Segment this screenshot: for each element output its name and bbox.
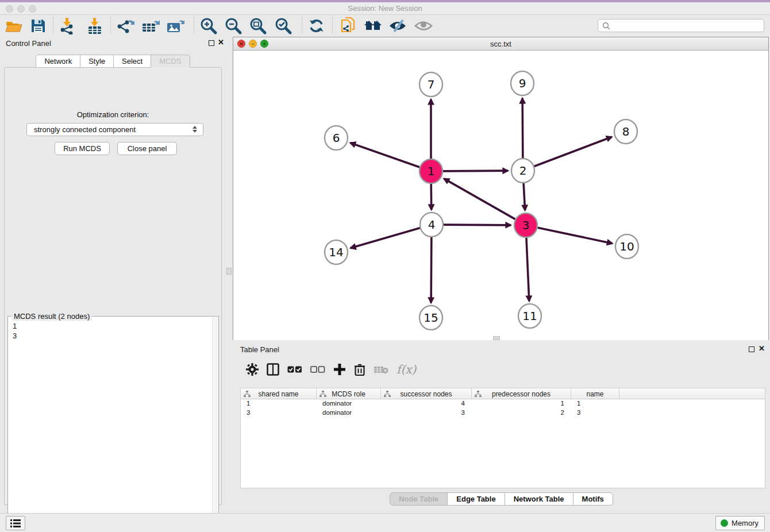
control-panel-title: Control Panel xyxy=(6,39,51,48)
criterion-select[interactable]: strongly connected component xyxy=(26,123,203,136)
gear-icon[interactable] xyxy=(246,363,259,376)
cell-name[interactable]: 3 xyxy=(571,408,619,418)
import-table-icon[interactable] xyxy=(86,17,104,35)
search-input[interactable] xyxy=(613,22,764,30)
cell-shared-name[interactable]: 3 xyxy=(241,408,317,418)
network-view-window: ✕ – + scc.txt 7968124314101511 xyxy=(233,37,769,340)
svg-text:2: 2 xyxy=(519,164,527,178)
tab-network[interactable]: Network xyxy=(36,55,80,68)
node-1[interactable]: 1 xyxy=(419,159,442,183)
vertical-splitter-grip[interactable] xyxy=(226,268,232,275)
tab-network-table[interactable]: Network Table xyxy=(505,492,573,506)
svg-text:8: 8 xyxy=(622,125,630,138)
delete-column-icon[interactable] xyxy=(354,363,365,376)
node-table: shared nameMCDS rolesuccessor nodesprede… xyxy=(240,388,765,488)
edge-2-9[interactable] xyxy=(522,98,523,159)
table-row[interactable]: 1dominator411 xyxy=(241,399,765,408)
export-image-icon[interactable] xyxy=(166,17,184,35)
zoom-in-icon[interactable] xyxy=(199,17,218,35)
cell-name[interactable]: 1 xyxy=(571,399,619,408)
edge-3-1[interactable] xyxy=(444,179,515,219)
cell-successor-nodes[interactable]: 4 xyxy=(381,399,472,408)
cell-MCDS-role[interactable]: dominator xyxy=(317,408,381,418)
show-all-icon[interactable] xyxy=(414,17,433,35)
home-icon[interactable] xyxy=(364,17,382,35)
edge-4-15[interactable] xyxy=(431,237,432,303)
edge-3-10[interactable] xyxy=(538,228,613,243)
edge-2-8[interactable] xyxy=(534,137,612,166)
column-header-MCDS-role[interactable]: MCDS role xyxy=(317,388,381,399)
toolbar-separator xyxy=(110,17,111,33)
tab-style[interactable]: Style xyxy=(80,55,114,68)
horizontal-splitter-grip[interactable] xyxy=(493,336,500,340)
task-history-button[interactable] xyxy=(6,516,25,530)
node-9[interactable]: 9 xyxy=(511,71,534,95)
svg-text:4: 4 xyxy=(428,218,436,232)
cell-predecessor-nodes[interactable]: 2 xyxy=(472,408,571,418)
column-header-predecessor-nodes[interactable]: predecessor nodes xyxy=(472,388,571,399)
close-panel-icon[interactable]: ✕ xyxy=(218,38,224,47)
network-window-titlebar[interactable]: ✕ – + scc.txt xyxy=(233,37,768,51)
tab-motifs[interactable]: Motifs xyxy=(573,492,613,506)
zoom-fit-icon[interactable] xyxy=(249,17,267,35)
close-panel-button[interactable]: Close panel xyxy=(117,142,177,155)
tab-edge-table[interactable]: Edge Table xyxy=(447,492,505,506)
node-11[interactable]: 11 xyxy=(518,304,541,328)
edge-4-3[interactable] xyxy=(444,225,511,225)
close-table-panel-icon[interactable]: ✕ xyxy=(759,344,765,353)
run-mcds-button[interactable]: Run MCDS xyxy=(55,142,110,155)
column-header-name[interactable]: name xyxy=(571,388,619,399)
search-field[interactable] xyxy=(598,19,764,32)
import-network-icon[interactable] xyxy=(58,17,76,35)
network-canvas[interactable]: 7968124314101511 xyxy=(233,51,768,340)
add-column-icon[interactable] xyxy=(333,363,346,376)
cell-predecessor-nodes[interactable]: 1 xyxy=(472,399,571,408)
table-panel: Table Panel ✕ f(x) shared nameMCDS roles… xyxy=(233,342,770,511)
edge-4-14[interactable] xyxy=(351,228,420,248)
tab-mcds[interactable]: MCDS xyxy=(151,55,190,68)
export-network-icon[interactable] xyxy=(116,17,134,35)
node-4[interactable]: 4 xyxy=(420,213,443,237)
float-table-panel-icon[interactable] xyxy=(749,346,754,352)
edge-1-2[interactable] xyxy=(443,171,508,171)
column-label: predecessor nodes xyxy=(492,390,550,398)
cell-shared-name[interactable]: 1 xyxy=(241,399,317,408)
column-header-shared-name[interactable]: shared name xyxy=(241,388,317,399)
table-panel-tabs: Node TableEdge TableNetwork TableMotifs xyxy=(233,492,770,506)
export-table-icon[interactable] xyxy=(141,17,160,35)
refresh-icon[interactable] xyxy=(307,17,326,35)
split-view-icon[interactable] xyxy=(267,363,279,376)
float-panel-icon[interactable] xyxy=(209,40,214,46)
cell-successor-nodes[interactable]: 3 xyxy=(381,408,472,418)
edge-1-6[interactable] xyxy=(351,143,420,167)
edge-3-11[interactable] xyxy=(526,237,529,301)
tab-node-table[interactable]: Node Table xyxy=(390,492,448,506)
result-scrollbar[interactable] xyxy=(212,317,218,532)
zoom-selected-icon[interactable] xyxy=(274,17,292,35)
column-label: shared name xyxy=(258,390,298,398)
node-2[interactable]: 2 xyxy=(511,159,534,183)
node-10[interactable]: 10 xyxy=(615,234,638,259)
node-14[interactable]: 14 xyxy=(325,240,348,264)
zoom-out-icon[interactable] xyxy=(224,17,242,35)
tab-select[interactable]: Select xyxy=(113,55,151,68)
memory-button[interactable]: Memory xyxy=(715,516,765,530)
list-icon xyxy=(10,519,21,528)
column-header-successor-nodes[interactable]: successor nodes xyxy=(381,388,472,399)
select-all-icon[interactable] xyxy=(287,365,302,373)
network-document-icon[interactable] xyxy=(339,17,357,35)
mcds-result-title: MCDS result (2 nodes) xyxy=(11,312,92,321)
hide-selected-icon[interactable] xyxy=(388,17,407,35)
cell-MCDS-role[interactable]: dominator xyxy=(317,399,381,408)
edge-2-3[interactable] xyxy=(523,183,525,210)
node-15[interactable]: 15 xyxy=(419,306,442,330)
node-3[interactable]: 3 xyxy=(514,213,537,237)
deselect-all-icon[interactable] xyxy=(310,365,325,373)
node-7[interactable]: 7 xyxy=(419,72,442,97)
open-session-icon[interactable] xyxy=(5,17,23,35)
table-row[interactable]: 3dominator323 xyxy=(241,408,765,418)
node-8[interactable]: 8 xyxy=(614,119,637,144)
node-6[interactable]: 6 xyxy=(325,126,348,150)
session-title: Session: New Session xyxy=(0,4,770,13)
save-session-icon[interactable] xyxy=(29,17,47,35)
